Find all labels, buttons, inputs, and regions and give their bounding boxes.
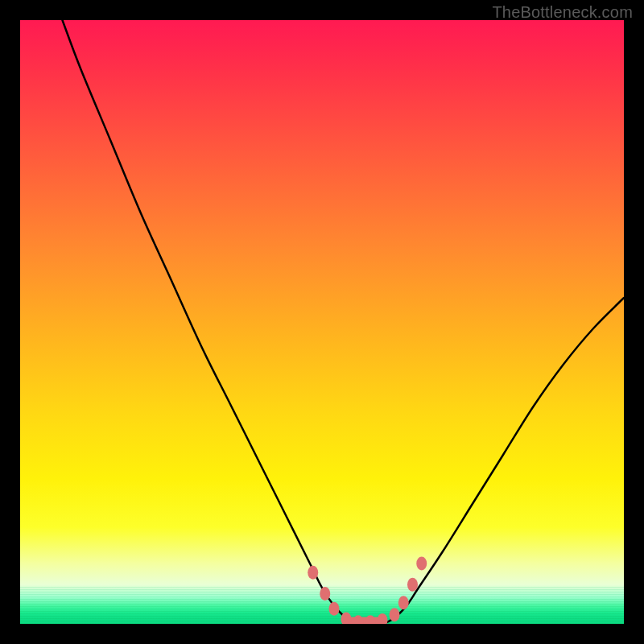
bottleneck-curve-svg [20,20,624,624]
curve-marker [353,615,364,624]
curve-marker [308,566,318,580]
curve-marker [390,608,400,621]
curve-marker [378,613,388,624]
curve-marker [329,602,340,616]
curve-marker [407,578,418,592]
bottleneck-curve-line [63,20,625,624]
curve-marker [416,557,427,571]
watermark-text: TheBottleneck.com [492,3,633,22]
plot-area [20,20,624,624]
chart-frame: TheBottleneck.com [0,0,644,644]
curve-marker [320,587,330,601]
curve-marker-group [308,557,427,625]
curve-marker [365,615,376,624]
curve-marker [398,596,409,609]
